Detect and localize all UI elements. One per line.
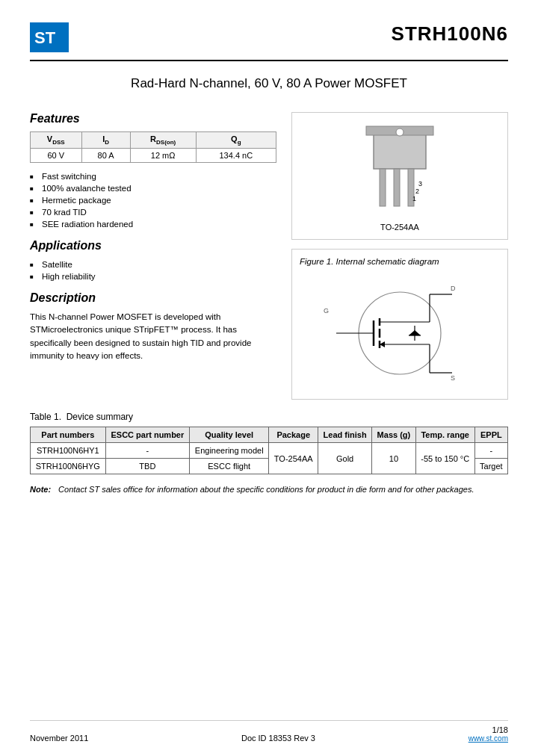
val-id: 80 A bbox=[81, 149, 130, 163]
footer-url: www.st.com bbox=[469, 734, 508, 743]
svg-text:ST: ST bbox=[34, 28, 56, 47]
svg-text:3: 3 bbox=[418, 180, 422, 188]
svg-marker-27 bbox=[409, 330, 421, 335]
features-list: Fast switching 100% avalanche tested Her… bbox=[30, 170, 276, 230]
val-rdson: 12 mΩ bbox=[130, 149, 196, 163]
row1-eppl: - bbox=[474, 443, 507, 459]
feature-item-2: 100% avalanche tested bbox=[30, 182, 276, 194]
svg-rect-6 bbox=[394, 169, 400, 206]
svg-text:D: D bbox=[451, 285, 456, 292]
package-label: TO-254AA bbox=[300, 223, 500, 232]
svg-text:S: S bbox=[451, 374, 455, 382]
th-package: Package bbox=[269, 427, 318, 443]
app-item-2: High reliability bbox=[30, 270, 276, 282]
th-eppl: EPPL bbox=[474, 427, 507, 443]
page-subtitle: Rad-Hard N-channel, 60 V, 80 A Power MOS… bbox=[30, 70, 508, 97]
svg-text:2: 2 bbox=[415, 188, 419, 195]
device-image-box: 3 2 1 TO-254AA bbox=[291, 112, 508, 240]
applications-title: Applications bbox=[30, 239, 276, 252]
th-escc-part: ESCC part number bbox=[105, 427, 189, 443]
row1-lead-finish: Gold bbox=[318, 443, 372, 474]
note-section: Note: Contact ST sales office for inform… bbox=[30, 485, 508, 494]
figure-box: Figure 1. Internal schematic diagram G D… bbox=[291, 249, 508, 400]
device-summary-section: Table 1. Device summary Part numbers ESC… bbox=[30, 412, 508, 474]
footer-right: 1/18 www.st.com bbox=[469, 725, 508, 743]
features-title: Features bbox=[30, 112, 276, 126]
st-logo: ST bbox=[30, 22, 69, 52]
row1-part-number: STRH100N6HY1 bbox=[31, 443, 106, 459]
footer-page: 1/18 bbox=[469, 725, 508, 734]
row2-part-number: STRH100N6HYG bbox=[31, 459, 106, 474]
row1-escc: - bbox=[105, 443, 189, 459]
svg-text:G: G bbox=[324, 307, 329, 315]
row1-package: TO-254AA bbox=[269, 443, 318, 474]
feature-item-1: Fast switching bbox=[30, 170, 276, 182]
row2-quality: ESCC flight bbox=[190, 459, 269, 474]
feature-item-5: SEE radiation hardened bbox=[30, 218, 276, 230]
val-qg: 134.4 nC bbox=[196, 149, 276, 163]
col-vdss: VDSS bbox=[31, 132, 82, 149]
th-temp-range: Temp. range bbox=[415, 427, 474, 443]
table-row-1: STRH100N6HY1 - Engineering model TO-254A… bbox=[31, 443, 508, 459]
description-text: This N-channel Power MOSFET is developed… bbox=[30, 311, 276, 362]
th-lead-finish: Lead finish bbox=[318, 427, 372, 443]
row2-escc: TBD bbox=[105, 459, 189, 474]
feature-item-3: Hermetic package bbox=[30, 194, 276, 206]
feature-item-4: 70 krad TID bbox=[30, 206, 276, 218]
col-qg: Qg bbox=[196, 132, 276, 149]
figure-title: Figure 1. Internal schematic diagram bbox=[300, 257, 500, 266]
description-title: Description bbox=[30, 291, 276, 305]
table-1-title: Table 1. Device summary bbox=[30, 412, 508, 422]
left-column: Features VDSS ID RDS(on) Qg 60 V 80 A 12… bbox=[30, 112, 276, 400]
th-part-numbers: Part numbers bbox=[31, 427, 106, 443]
col-rdson: RDS(on) bbox=[130, 132, 196, 149]
th-mass: Mass (g) bbox=[372, 427, 415, 443]
col-id: ID bbox=[81, 132, 130, 149]
svg-rect-5 bbox=[380, 169, 386, 206]
right-column: 3 2 1 TO-254AA Figure 1. Internal schema… bbox=[291, 112, 508, 400]
val-vdss: 60 V bbox=[31, 149, 82, 163]
features-table: VDSS ID RDS(on) Qg 60 V 80 A 12 mΩ 134.4… bbox=[30, 131, 276, 163]
footer-date: November 2011 bbox=[30, 734, 88, 743]
row1-temp-range: -55 to 150 °C bbox=[415, 443, 474, 474]
page-header: ST STRH100N6 bbox=[30, 22, 508, 61]
note-text: Contact ST sales office for information … bbox=[58, 485, 474, 494]
app-item-1: Satellite bbox=[30, 258, 276, 270]
main-content: Features VDSS ID RDS(on) Qg 60 V 80 A 12… bbox=[30, 112, 508, 400]
device-image: 3 2 1 bbox=[351, 120, 448, 217]
schematic-diagram: G D S bbox=[310, 272, 489, 391]
footer-doc-id: Doc ID 18353 Rev 3 bbox=[241, 734, 315, 743]
note-label: Note: bbox=[30, 485, 51, 494]
applications-list: Satellite High reliability bbox=[30, 258, 276, 282]
svg-text:1: 1 bbox=[412, 195, 416, 202]
row1-mass: 10 bbox=[372, 443, 415, 474]
device-summary-table: Part numbers ESCC part number Quality le… bbox=[30, 427, 508, 474]
part-number-title: STRH100N6 bbox=[392, 22, 508, 46]
page-footer: November 2011 Doc ID 18353 Rev 3 1/18 ww… bbox=[30, 720, 508, 743]
svg-point-4 bbox=[396, 128, 404, 136]
row2-eppl: Target bbox=[474, 459, 507, 474]
th-quality-level: Quality level bbox=[190, 427, 269, 443]
row1-quality: Engineering model bbox=[190, 443, 269, 459]
